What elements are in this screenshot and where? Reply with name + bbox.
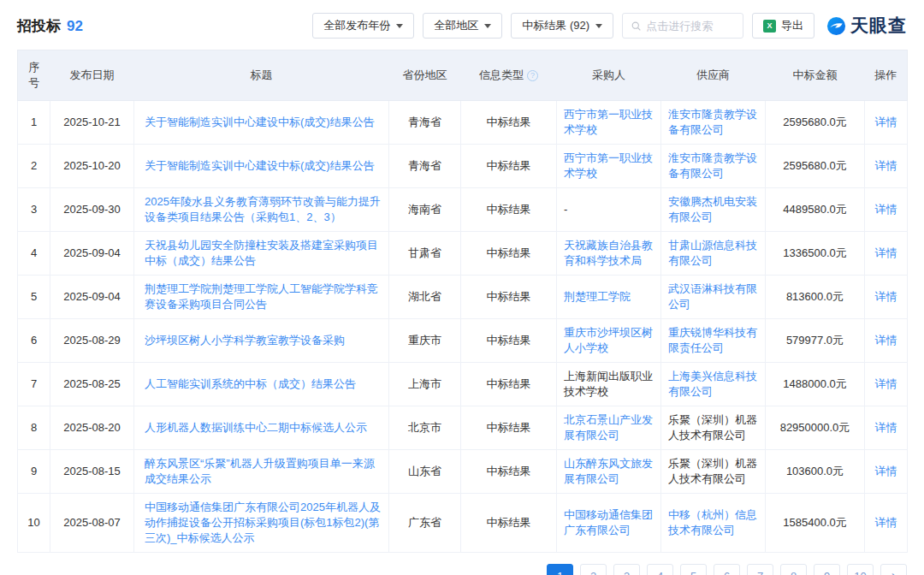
row-info-type: 中标结果 xyxy=(461,276,557,319)
page-title-block: 招投标 92 xyxy=(17,16,83,36)
row-title-link[interactable]: 中国移动通信集团广东有限公司2025年机器人及动作捕捉设备公开招标采购项目(标包… xyxy=(145,501,381,544)
row-supplier[interactable]: 淮安市隆贵教学设备有限公司 xyxy=(668,108,757,136)
row-region: 山东省 xyxy=(389,450,461,494)
export-button[interactable]: X 导出 xyxy=(752,13,814,39)
page-button-9[interactable]: 9 xyxy=(814,564,840,575)
table-row: 5 2025-09-04 荆楚理工学院荆楚理工学院人工智能学院学科竞赛设备采购项… xyxy=(18,276,908,319)
next-page-button[interactable]: › xyxy=(880,564,907,575)
row-date: 2025-08-15 xyxy=(50,450,134,494)
row-supplier[interactable]: 淮安市隆贵教学设备有限公司 xyxy=(668,151,757,180)
filter-controls: 全部发布年份 全部地区 中标结果 (92) X 导出 xyxy=(312,13,907,39)
row-detail-link[interactable]: 详情 xyxy=(875,159,897,172)
row-detail-link[interactable]: 详情 xyxy=(875,421,897,434)
row-purchaser[interactable]: 山东醉东风文旅发展有限公司 xyxy=(564,457,653,485)
search-box[interactable] xyxy=(622,13,743,39)
row-purchaser[interactable]: 西宁市第一职业技术学校 xyxy=(564,151,653,180)
row-title-link[interactable]: 人形机器人数据训练中心二期中标候选人公示 xyxy=(145,421,367,434)
col-header-region: 省份地区 xyxy=(389,50,461,101)
col-header-amount: 中标金额 xyxy=(766,50,865,101)
row-supplier[interactable]: 武汉语淋科技有限公司 xyxy=(668,282,757,311)
row-title-link[interactable]: 天祝县幼儿园安全防撞柱安装及搭建室采购项目中标（成交）结果公告 xyxy=(145,239,378,267)
row-purchaser[interactable]: 北京石景山产业发展有限公司 xyxy=(564,413,653,442)
row-region: 上海市 xyxy=(389,363,461,406)
row-amount: 82950000.0元 xyxy=(766,406,865,450)
row-supplier: 乐聚（深圳）机器人技术有限公司 xyxy=(668,457,757,485)
row-region: 湖北省 xyxy=(389,276,461,319)
row-title-link[interactable]: 2025年陵水县义务教育薄弱环节改善与能力提升设备类项目结果公告（采购包1、2、… xyxy=(145,195,381,223)
row-amount: 4489580.0元 xyxy=(766,188,865,232)
row-detail-link[interactable]: 详情 xyxy=(875,516,897,529)
row-info-type: 中标结果 xyxy=(461,363,557,406)
col-header-info-type-label: 信息类型 xyxy=(479,68,524,81)
row-amount: 579977.0元 xyxy=(766,319,865,363)
row-purchaser[interactable]: 中国移动通信集团广东有限公司 xyxy=(564,508,653,536)
row-region: 青海省 xyxy=(389,101,461,145)
row-purchaser[interactable]: 重庆市沙坪坝区树人小学校 xyxy=(564,326,653,354)
row-detail-link[interactable]: 详情 xyxy=(875,465,897,477)
row-detail-link[interactable]: 详情 xyxy=(875,334,897,347)
filter-info-type[interactable]: 中标结果 (92) xyxy=(511,13,613,39)
filter-region[interactable]: 全部地区 xyxy=(423,13,502,39)
row-amount: 813600.0元 xyxy=(766,276,865,319)
search-input[interactable] xyxy=(646,20,734,33)
row-info-type: 中标结果 xyxy=(461,450,557,494)
page-button-8[interactable]: 8 xyxy=(780,564,807,575)
page-button-6[interactable]: 6 xyxy=(714,564,740,575)
row-index: 9 xyxy=(18,450,50,494)
col-header-purchaser: 采购人 xyxy=(557,50,661,101)
row-purchaser[interactable]: 西宁市第一职业技术学校 xyxy=(564,108,653,136)
row-date: 2025-09-04 xyxy=(50,232,134,276)
row-title-link[interactable]: 关于智能制造实训中心建设中标(成交)结果公告 xyxy=(145,159,375,172)
filter-publish-year[interactable]: 全部发布年份 xyxy=(312,13,414,39)
row-supplier[interactable]: 甘肃山源信息科技有限公司 xyxy=(668,239,757,267)
excel-icon: X xyxy=(763,20,776,33)
row-supplier[interactable]: 上海美兴信息科技有限公司 xyxy=(668,370,757,398)
row-info-type: 中标结果 xyxy=(461,188,557,232)
row-region: 重庆市 xyxy=(389,319,461,363)
topbar: 招投标 92 全部发布年份 全部地区 中标结果 (92) xyxy=(17,12,907,39)
row-title-link[interactable]: 醉东风景区“乐聚”机器人升级置购项目单一来源成交结果公示 xyxy=(145,457,375,485)
row-amount: 103600.0元 xyxy=(766,450,865,494)
row-region: 海南省 xyxy=(389,188,461,232)
tianyancha-eye-icon xyxy=(826,16,846,36)
row-title-link[interactable]: 人工智能实训系统的中标（成交）结果公告 xyxy=(145,377,356,390)
row-region: 广东省 xyxy=(389,494,461,553)
page-title: 招投标 xyxy=(17,16,61,36)
row-index: 7 xyxy=(18,363,50,406)
row-purchaser[interactable]: 荆楚理工学院 xyxy=(564,290,631,303)
page-button-10[interactable]: 10 xyxy=(847,564,874,575)
row-date: 2025-09-04 xyxy=(50,276,134,319)
row-info-type: 中标结果 xyxy=(461,494,557,553)
row-title-link[interactable]: 荆楚理工学院荆楚理工学院人工智能学院学科竞赛设备采购项目合同公告 xyxy=(145,282,378,311)
row-region: 青海省 xyxy=(389,145,461,188)
page-button-2[interactable]: 2 xyxy=(580,564,607,575)
page-button-5[interactable]: 5 xyxy=(680,564,707,575)
row-purchaser: 上海新闻出版职业技术学校 xyxy=(564,370,653,398)
table-row: 10 2025-08-07 中国移动通信集团广东有限公司2025年机器人及动作捕… xyxy=(18,494,908,553)
row-detail-link[interactable]: 详情 xyxy=(875,377,897,390)
col-header-info-type: 信息类型? xyxy=(461,50,557,101)
page-button-1[interactable]: 1 xyxy=(547,564,573,575)
row-purchaser[interactable]: 天祝藏族自治县教育和科学技术局 xyxy=(564,239,653,267)
row-supplier[interactable]: 安徽腾杰机电安装有限公司 xyxy=(668,195,757,223)
page-button-4[interactable]: 4 xyxy=(647,564,673,575)
row-detail-link[interactable]: 详情 xyxy=(875,203,897,216)
row-title-link[interactable]: 关于智能制造实训中心建设中标(成交)结果公告 xyxy=(145,116,375,128)
question-circle-icon[interactable]: ? xyxy=(527,70,538,81)
result-count: 92 xyxy=(67,18,83,35)
row-supplier[interactable]: 重庆锐博华科技有限责任公司 xyxy=(668,326,757,354)
col-header-action: 操作 xyxy=(865,50,908,101)
row-info-type: 中标结果 xyxy=(461,232,557,276)
row-detail-link[interactable]: 详情 xyxy=(875,290,897,303)
page-button-3[interactable]: 3 xyxy=(613,564,640,575)
row-index: 10 xyxy=(18,494,50,553)
page-button-7[interactable]: 7 xyxy=(747,564,773,575)
table-row: 2 2025-10-20 关于智能制造实训中心建设中标(成交)结果公告 青海省 … xyxy=(18,145,908,188)
row-detail-link[interactable]: 详情 xyxy=(875,246,897,259)
row-title-link[interactable]: 沙坪坝区树人小学科学教室教学设备采购 xyxy=(145,334,345,347)
row-supplier[interactable]: 中移（杭州）信息技术有限公司 xyxy=(668,508,757,536)
row-detail-link[interactable]: 详情 xyxy=(875,116,897,128)
chevron-down-icon xyxy=(484,24,491,28)
table-row: 6 2025-08-29 沙坪坝区树人小学科学教室教学设备采购 重庆市 中标结果… xyxy=(18,319,908,363)
tianyancha-logo[interactable]: 天眼查 xyxy=(826,14,907,38)
